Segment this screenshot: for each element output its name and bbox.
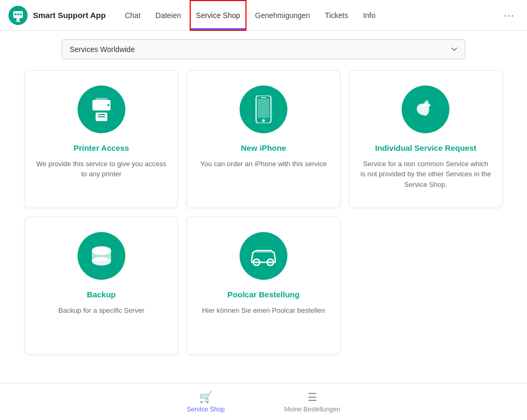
printer-access-title: Printer Access (73, 143, 129, 153)
card-individual-service[interactable]: Individual Service Request Service for a… (349, 70, 503, 208)
svg-rect-3 (16, 21, 20, 22)
app-logo-icon (8, 6, 28, 25)
svg-rect-8 (96, 98, 107, 101)
nav-item-info[interactable]: Info (356, 0, 381, 31)
svg-rect-16 (261, 97, 266, 98)
bottom-tab-bar: 🛒 Service Shop ☰ Meine Bestellungen (0, 383, 527, 420)
poolcar-title: Poolcar Bestellung (227, 289, 300, 300)
nav-item-dateien[interactable]: Dateien (149, 0, 188, 31)
svg-point-2 (16, 18, 20, 21)
svg-point-4 (14, 13, 16, 15)
svg-point-12 (107, 104, 109, 106)
individual-service-icon-circle (402, 85, 449, 133)
card-backup[interactable]: Backup Backup for a specific Server (24, 217, 178, 355)
svg-point-21 (92, 257, 111, 265)
main-content: Services Worldwide Services Germany Serv… (0, 31, 527, 420)
header: Smart Support App Chat Dateien Service S… (0, 0, 527, 31)
bottom-tab-meine-bestellungen[interactable]: ☰ Meine Bestellungen (276, 387, 348, 417)
individual-service-desc: Service for a non common Service which i… (360, 159, 491, 190)
card-printer-access[interactable]: Printer Access We provide this service t… (24, 70, 178, 208)
wrench-hand-icon (411, 96, 440, 123)
svg-point-26 (269, 261, 271, 263)
new-iphone-icon-circle (240, 85, 287, 133)
backup-desc: Backup for a specific Server (58, 305, 144, 316)
nav-item-genehmigungen[interactable]: Genehmigungen (249, 0, 317, 31)
printer-access-icon-circle (78, 85, 125, 133)
cards-grid-row2: Backup Backup for a specific Server Pool… (24, 217, 503, 355)
svg-point-5 (17, 13, 19, 15)
nav-item-service-shop[interactable]: Service Shop (190, 0, 246, 31)
card-poolcar[interactable]: Poolcar Bestellung Hier können Sie einen… (186, 217, 340, 355)
dropdown-container: Services Worldwide Services Germany Serv… (8, 39, 518, 59)
new-iphone-title: New iPhone (241, 143, 286, 153)
individual-service-title: Individual Service Request (375, 143, 477, 153)
dropdown-wrapper: Services Worldwide Services Germany Serv… (62, 39, 465, 59)
app-title: Smart Support App (33, 11, 106, 20)
logo-area: Smart Support App (8, 6, 106, 25)
svg-point-6 (20, 13, 22, 15)
services-dropdown[interactable]: Services Worldwide Services Germany Serv… (62, 39, 465, 59)
cards-grid-row1: Printer Access We provide this service t… (24, 70, 503, 208)
card-new-iphone[interactable]: New iPhone You can order an iPhone with … (186, 70, 340, 208)
svg-point-15 (262, 119, 265, 122)
svg-point-22 (92, 246, 111, 255)
list-icon: ☰ (308, 391, 317, 404)
database-icon (88, 242, 115, 270)
svg-rect-10 (98, 114, 105, 115)
backup-icon-circle (78, 232, 125, 280)
main-nav: Chat Dateien Service Shop Genehmigungen … (118, 0, 499, 31)
poolcar-desc: Hier können Sie einen Poolcar bestellen (202, 305, 325, 316)
svg-rect-11 (98, 116, 105, 117)
bottom-tab-service-shop[interactable]: 🛒 Service Shop (178, 387, 233, 417)
iphone-icon (255, 96, 272, 123)
svg-point-25 (256, 261, 258, 263)
bottom-tab-meine-bestellungen-label: Meine Bestellungen (284, 406, 340, 413)
nav-item-chat[interactable]: Chat (118, 0, 147, 31)
printer-icon (88, 98, 115, 121)
nav-item-tickets[interactable]: Tickets (319, 0, 355, 31)
cart-icon: 🛒 (199, 391, 212, 404)
poolcar-icon-circle (240, 232, 287, 280)
printer-access-desc: We provide this service to give you acce… (36, 159, 167, 179)
car-icon (248, 245, 279, 267)
backup-title: Backup (87, 289, 116, 300)
new-iphone-desc: You can order an iPhone with this servic… (200, 159, 327, 169)
bottom-tab-service-shop-label: Service Shop (187, 406, 225, 413)
svg-rect-14 (258, 99, 269, 118)
more-menu-button[interactable]: ⋯ (499, 5, 518, 26)
